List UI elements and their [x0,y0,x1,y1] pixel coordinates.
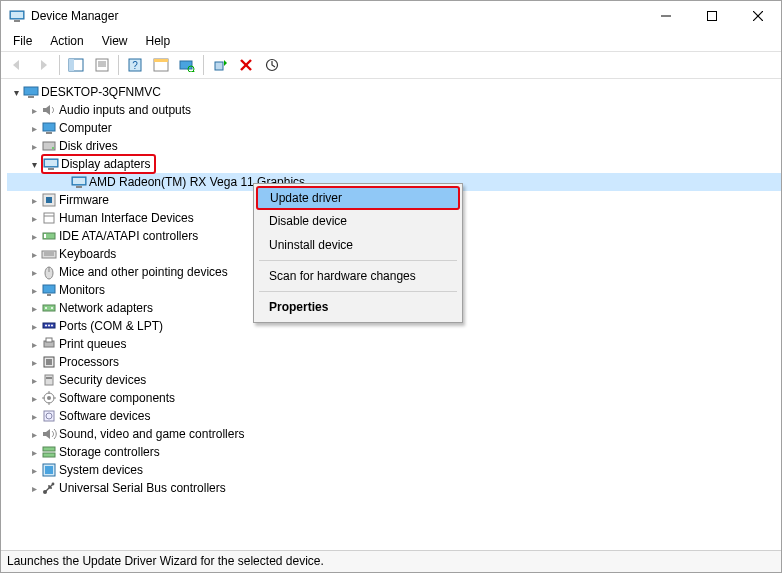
tree-item-label: Keyboards [59,247,116,261]
system-icon [41,462,57,478]
menu-item-properties[interactable]: Properties [257,295,459,319]
menu-separator [259,260,457,261]
menu-separator [259,291,457,292]
root-icon [23,84,39,100]
svg-rect-57 [46,338,52,342]
svg-rect-20 [215,62,223,70]
security-icon [41,372,57,388]
back-button[interactable] [5,53,29,77]
svg-rect-24 [24,87,38,95]
audio-icon [41,102,57,118]
menu-item-uninstall-device[interactable]: Uninstall device [257,233,459,257]
tree-item-label: Firmware [59,193,109,207]
tree-item[interactable]: Security devices [7,371,781,389]
expand-arrow-icon[interactable] [27,393,41,404]
menu-item-update-driver[interactable]: Update driver [256,186,460,210]
tree-item[interactable]: DESKTOP-3QFNMVC [7,83,781,101]
tree-item-label: Audio inputs and outputs [59,103,191,117]
tree-item-label: Display adapters [61,157,150,171]
expand-arrow-icon[interactable] [27,105,41,116]
close-button[interactable] [735,1,781,31]
svg-rect-31 [45,160,57,166]
tree-item[interactable]: Sound, video and game controllers [7,425,781,443]
expand-arrow-icon[interactable] [27,195,41,206]
tree-item-label: Universal Serial Bus controllers [59,481,226,495]
cpu-icon [41,354,57,370]
expand-arrow-icon[interactable] [27,249,41,260]
svg-rect-49 [43,305,55,311]
expand-arrow-icon[interactable] [27,357,41,368]
tree-item-label: Storage controllers [59,445,160,459]
svg-rect-26 [43,123,55,131]
toolbar-icon[interactable] [149,53,173,77]
svg-point-53 [45,325,47,327]
tree-item[interactable]: Computer [7,119,781,137]
expand-arrow-icon[interactable] [27,285,41,296]
tree-item-label: Sound, video and game controllers [59,427,244,441]
minimize-button[interactable] [643,1,689,31]
monitor-icon [41,282,57,298]
toolbar-separator [203,55,204,75]
menu-file[interactable]: File [5,32,40,50]
expand-arrow-icon[interactable] [27,429,41,440]
expand-arrow-icon[interactable] [27,141,41,152]
expand-arrow-icon[interactable] [27,267,41,278]
svg-point-54 [48,325,50,327]
collapse-arrow-icon[interactable] [9,87,23,98]
swdev-icon [41,408,57,424]
tree-item[interactable]: Print queues [7,335,781,353]
tree-item-label: Processors [59,355,119,369]
tree-item[interactable]: Software components [7,389,781,407]
disable-device-button[interactable] [260,53,284,77]
tree-item[interactable]: Software devices [7,407,781,425]
tree-item[interactable]: Display adapters [7,155,781,173]
app-icon [9,8,25,24]
tree-item[interactable]: Storage controllers [7,443,781,461]
device-tree-pane[interactable]: DESKTOP-3QFNMVCAudio inputs and outputsC… [1,79,781,550]
window-title: Device Manager [31,9,118,23]
expand-arrow-icon[interactable] [27,321,41,332]
svg-rect-1 [11,12,23,18]
tree-item[interactable]: Audio inputs and outputs [7,101,781,119]
tree-item[interactable]: Disk drives [7,137,781,155]
expand-arrow-icon[interactable] [27,375,41,386]
tree-item[interactable]: Universal Serial Bus controllers [7,479,781,497]
properties-button[interactable] [90,53,114,77]
expand-arrow-icon[interactable] [27,411,41,422]
expand-arrow-icon[interactable] [27,213,41,224]
expand-arrow-icon[interactable] [27,123,41,134]
menu-help[interactable]: Help [138,32,179,50]
expand-arrow-icon[interactable] [27,465,41,476]
swcomp-icon [41,390,57,406]
update-driver-button[interactable] [208,53,232,77]
expand-arrow-icon[interactable] [27,339,41,350]
forward-button[interactable] [31,53,55,77]
uninstall-device-button[interactable] [234,53,258,77]
annotation-highlight: Display adapters [41,154,156,174]
show-hide-console-tree-button[interactable] [64,53,88,77]
tree-item[interactable]: System devices [7,461,781,479]
context-menu: Update driverDisable deviceUninstall dev… [253,183,463,323]
svg-rect-17 [180,61,192,69]
menu-item-disable-device[interactable]: Disable device [257,209,459,233]
svg-rect-37 [46,197,52,203]
maximize-button[interactable] [689,1,735,31]
menu-view[interactable]: View [94,32,136,50]
menu-action[interactable]: Action [42,32,91,50]
expand-arrow-icon[interactable] [27,303,41,314]
collapse-arrow-icon[interactable] [27,159,41,170]
expand-arrow-icon[interactable] [27,231,41,242]
hid-icon [41,210,57,226]
svg-rect-41 [44,234,46,238]
scan-hardware-button[interactable] [175,53,199,77]
svg-line-19 [193,71,195,72]
svg-text:?: ? [132,60,138,71]
toolbar: ? [1,51,781,79]
menu-item-scan-for-hardware-changes[interactable]: Scan for hardware changes [257,264,459,288]
help-button[interactable]: ? [123,53,147,77]
expand-arrow-icon[interactable] [27,447,41,458]
firmware-icon [41,192,57,208]
tree-item[interactable]: Processors [7,353,781,371]
port-icon [41,318,57,334]
expand-arrow-icon[interactable] [27,483,41,494]
